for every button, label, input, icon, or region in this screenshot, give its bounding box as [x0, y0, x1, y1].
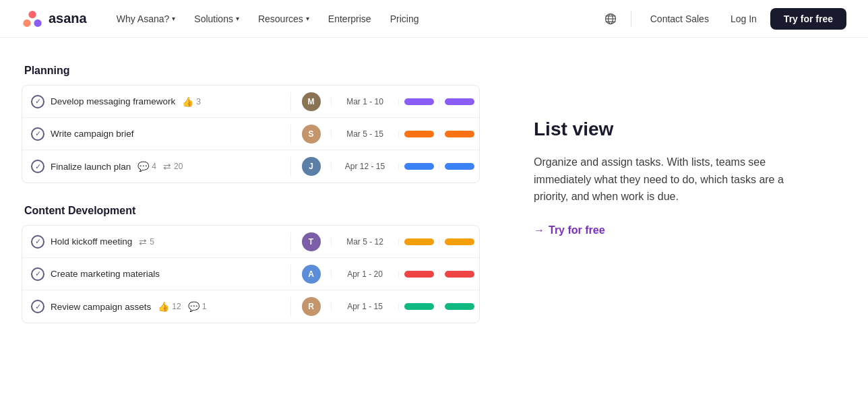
- color-indicator: [404, 163, 434, 170]
- svg-point-2: [34, 19, 41, 26]
- avatar: A: [302, 265, 321, 284]
- task-meta: ⇄ 5: [139, 236, 154, 247]
- task-bar-primary: [398, 303, 439, 310]
- checkmark-icon: ✓: [35, 162, 41, 171]
- nav-enterprise[interactable]: Enterprise: [320, 9, 379, 28]
- task-checkbox[interactable]: ✓: [22, 160, 46, 173]
- task-title: Finalize launch plan: [51, 162, 131, 172]
- subtask-icon: ⇄: [139, 236, 147, 247]
- color-indicator: [445, 271, 474, 278]
- logo[interactable]: asana: [22, 8, 87, 30]
- nav-divider: [631, 11, 631, 27]
- avatar: T: [302, 232, 321, 251]
- task-meta: 👍 12 💬 1: [158, 301, 206, 312]
- task-date: Mar 5 - 15: [331, 129, 398, 139]
- task-meta: 👍 3: [182, 96, 201, 107]
- arrow-right-icon: →: [534, 224, 545, 236]
- try-for-free-button[interactable]: Try for free: [770, 8, 846, 30]
- task-bar-secondary: [439, 98, 479, 105]
- navbar: asana Why Asana? ▾ Solutions ▾ Resources…: [0, 0, 868, 38]
- meta-count: 20: [174, 162, 183, 171]
- nav-solutions[interactable]: Solutions ▾: [186, 9, 247, 28]
- logo-text: asana: [49, 11, 87, 26]
- task-bar-secondary: [439, 163, 479, 170]
- task-title: Review campaign assets: [51, 302, 151, 312]
- main-content: Planning ✓ Develop messaging framework 👍…: [0, 38, 868, 372]
- task-bar-secondary: [439, 131, 479, 137]
- task-assignee: S: [290, 125, 331, 143]
- task-bar-secondary: [439, 271, 479, 278]
- avatar: J: [302, 157, 321, 176]
- task-assignee: M: [290, 92, 331, 111]
- color-indicator: [404, 238, 434, 245]
- task-bar-secondary: [439, 303, 479, 310]
- nav-why-asana[interactable]: Why Asana? ▾: [108, 9, 184, 28]
- task-assignee: A: [290, 265, 331, 284]
- nav-right: Contact Sales Log In Try for free: [601, 8, 846, 30]
- task-date: Apr 12 - 15: [331, 162, 398, 171]
- task-assignee: T: [290, 232, 331, 251]
- subtask-icon: ⇄: [163, 161, 171, 172]
- thumbs-up-icon: 👍: [182, 96, 193, 107]
- right-panel-description: Organize and assign tasks. With lists, t…: [534, 154, 790, 205]
- planning-title: Planning: [22, 65, 480, 77]
- task-name-cell: Write campaign brief: [46, 121, 290, 147]
- task-name-cell: Finalize launch plan 💬 4 ⇄ 20: [46, 153, 290, 180]
- nav-pricing[interactable]: Pricing: [382, 9, 427, 28]
- comment-icon: 💬: [188, 301, 199, 312]
- checkmark-icon: ✓: [35, 97, 41, 106]
- avatar: S: [302, 125, 321, 143]
- content-dev-table: ✓ Hold kickoff meeting ⇄ 5 T Mar 5 - 12: [22, 225, 480, 323]
- color-indicator: [445, 238, 474, 245]
- task-name-cell: Develop messaging framework 👍 3: [46, 88, 290, 115]
- task-assignee: R: [290, 297, 331, 316]
- try-for-free-link[interactable]: → Try for free: [534, 224, 846, 236]
- task-checkbox[interactable]: ✓: [22, 95, 46, 108]
- chevron-down-icon: ▾: [172, 15, 175, 22]
- nav-resources[interactable]: Resources ▾: [250, 9, 317, 28]
- table-row: ✓ Write campaign brief S Mar 5 - 15: [22, 118, 479, 150]
- task-date: Mar 1 - 10: [331, 97, 398, 106]
- nav-links: Why Asana? ▾ Solutions ▾ Resources ▾ Ent…: [108, 9, 596, 28]
- color-indicator: [445, 303, 474, 310]
- color-indicator: [404, 98, 434, 105]
- task-bar-primary: [398, 131, 439, 137]
- task-date: Mar 5 - 12: [331, 237, 398, 247]
- task-checkbox[interactable]: ✓: [22, 300, 46, 313]
- meta-count: 5: [150, 237, 154, 247]
- contact-sales-link[interactable]: Contact Sales: [642, 9, 717, 28]
- task-title: Create marketing materials: [51, 269, 160, 279]
- avatar: R: [302, 297, 321, 316]
- table-row: ✓ Hold kickoff meeting ⇄ 5 T Mar 5 - 12: [22, 226, 479, 258]
- color-indicator: [445, 98, 474, 105]
- planning-table: ✓ Develop messaging framework 👍 3 M Mar …: [22, 85, 480, 183]
- color-indicator: [404, 303, 434, 310]
- table-row: ✓ Review campaign assets 👍 12 💬 1 R Apr …: [22, 290, 479, 323]
- task-checkbox[interactable]: ✓: [22, 235, 46, 249]
- color-indicator: [404, 131, 434, 137]
- task-meta: 💬 4 ⇄ 20: [137, 161, 183, 172]
- task-name-cell: Hold kickoff meeting ⇄ 5: [46, 228, 290, 255]
- checkmark-icon: ✓: [35, 129, 41, 138]
- task-name-cell: Create marketing materials: [46, 261, 290, 287]
- task-title: Write campaign brief: [51, 129, 134, 139]
- content-dev-title: Content Development: [22, 205, 480, 217]
- task-title: Develop messaging framework: [51, 96, 175, 106]
- right-panel: List view Organize and assign tasks. Wit…: [507, 65, 846, 345]
- checkmark-icon: ✓: [35, 269, 41, 278]
- chevron-down-icon: ▾: [236, 15, 239, 22]
- task-bar-primary: [398, 271, 439, 278]
- meta-count: 12: [172, 302, 181, 311]
- table-row: ✓ Finalize launch plan 💬 4 ⇄ 20 J Apr 12…: [22, 150, 479, 183]
- task-checkbox[interactable]: ✓: [22, 267, 46, 281]
- comment-icon: 💬: [137, 161, 149, 172]
- task-date: Apr 1 - 20: [331, 269, 398, 279]
- color-indicator: [445, 131, 474, 137]
- meta-count: 3: [196, 97, 201, 106]
- thumbs-up-icon: 👍: [158, 301, 169, 312]
- task-bar-secondary: [439, 238, 479, 245]
- task-checkbox[interactable]: ✓: [22, 127, 46, 141]
- log-in-link[interactable]: Log In: [722, 9, 765, 28]
- globe-icon[interactable]: [601, 9, 620, 28]
- checkmark-icon: ✓: [35, 237, 41, 246]
